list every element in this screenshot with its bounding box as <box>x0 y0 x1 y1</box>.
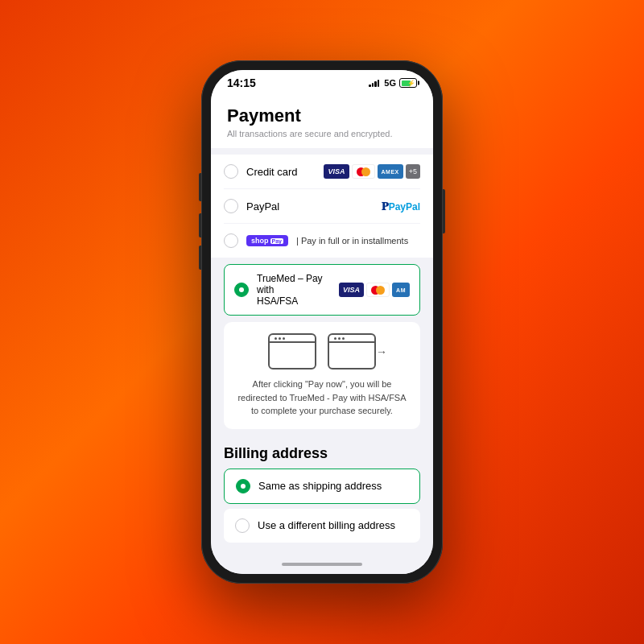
redirect-target-icon <box>328 333 376 369</box>
payment-option-credit-card[interactable]: Credit card VISA AMEX +5 <box>224 155 420 189</box>
payment-options-section: Credit card VISA AMEX +5 <box>211 155 433 258</box>
payment-option-truemed[interactable]: TrueMed – Pay withHSA/FSA VISA AM <box>224 264 420 316</box>
billing-address-section: Billing address Same as shipping address… <box>211 436 433 543</box>
radio-same-shipping[interactable] <box>236 479 250 493</box>
billing-same-shipping[interactable]: Same as shipping address <box>224 469 420 504</box>
status-time: 14:15 <box>227 76 256 89</box>
radio-different-billing[interactable] <box>235 518 250 533</box>
order-summary-section: Order summary 1 The Body Pro <box>211 549 433 555</box>
battery-icon: ⚡ <box>399 78 417 88</box>
billing-address-title: Billing address <box>224 436 420 469</box>
same-shipping-label: Same as shipping address <box>258 480 382 492</box>
payment-option-shop-pay[interactable]: shopPay | Pay in full or in installments <box>224 224 420 258</box>
paypal-label: PayPal <box>246 200 374 213</box>
credit-card-icons: VISA AMEX +5 <box>324 164 420 179</box>
paypal-logo: 𝐏PayPal <box>382 200 420 213</box>
network-label: 5G <box>384 78 396 88</box>
shop-pay-label: | Pay in full or in installments <box>296 236 420 246</box>
different-billing-label: Use a different billing address <box>258 519 395 531</box>
home-indicator <box>211 555 433 574</box>
redirect-info-box: → After clicking "Pay now", you will be … <box>224 322 420 429</box>
truemed-card-icons: VISA AM <box>339 283 410 297</box>
redirect-arrow-icon: → <box>376 345 387 358</box>
page-subtitle: All transactions are secure and encrypte… <box>227 129 417 138</box>
billing-different-address[interactable]: Use a different billing address <box>224 509 420 543</box>
home-bar <box>282 563 362 566</box>
radio-truemed[interactable] <box>234 283 249 297</box>
truemed-mc-icon <box>366 283 390 297</box>
shop-pay-badge: shopPay <box>246 235 288 246</box>
redirect-visual: → <box>268 333 376 369</box>
target-browser-dots <box>334 337 345 340</box>
truemed-amex-icon: AM <box>392 283 410 297</box>
radio-shop-pay[interactable] <box>224 233 238 248</box>
more-cards-badge: +5 <box>406 164 420 179</box>
payment-option-paypal[interactable]: PayPal 𝐏PayPal <box>224 189 420 224</box>
radio-credit-card[interactable] <box>224 164 238 179</box>
scroll-content[interactable]: Payment All transactions are secure and … <box>211 93 433 555</box>
signal-icon <box>369 79 379 87</box>
amex-icon: AMEX <box>378 164 403 179</box>
phone-screen: 14:15 5G ⚡ Payment All transac <box>211 70 433 574</box>
status-icons: 5G ⚡ <box>369 78 417 88</box>
order-summary-title: Order summary <box>224 549 420 555</box>
status-bar: 14:15 5G ⚡ <box>211 70 433 93</box>
credit-card-label: Credit card <box>246 166 316 178</box>
page-header: Payment All transactions are secure and … <box>211 93 433 148</box>
redirect-description: After clicking "Pay now", you will be re… <box>235 378 409 418</box>
redirect-browser-icon <box>268 333 316 369</box>
truemed-selected-row[interactable]: TrueMed – Pay withHSA/FSA VISA AM <box>224 264 420 316</box>
phone-frame: 14:15 5G ⚡ Payment All transac <box>201 60 443 584</box>
browser-dots <box>275 337 285 340</box>
truemed-label: TrueMed – Pay withHSA/FSA <box>257 273 331 307</box>
visa-icon: VISA <box>324 164 349 179</box>
truemed-visa-icon: VISA <box>339 283 364 297</box>
mastercard-icon <box>352 164 375 179</box>
radio-paypal[interactable] <box>224 199 238 213</box>
page-title: Payment <box>227 105 417 126</box>
